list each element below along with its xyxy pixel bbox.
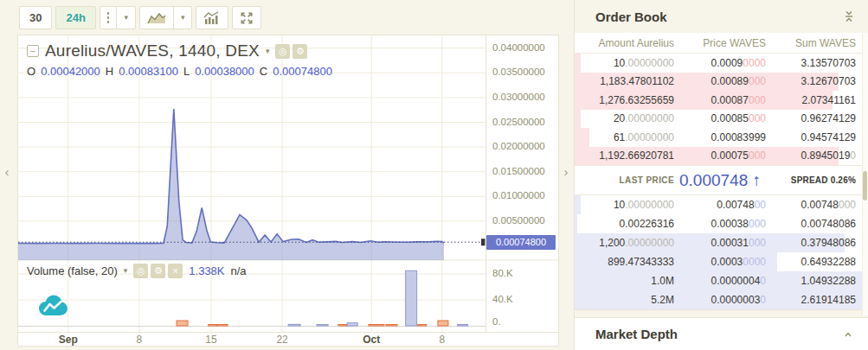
series-type-group: ▾ xyxy=(139,6,193,29)
series-dropdown-button[interactable]: ▾ xyxy=(173,7,192,29)
price-cell: 0.00038000 xyxy=(674,218,766,230)
asks-list: 10.000000000.000900003.135707031,183.478… xyxy=(575,54,868,165)
ohlc-key: O xyxy=(27,65,35,78)
chevron-down-icon: ▾ xyxy=(181,14,185,22)
amount-cell: 1,192.66920781 xyxy=(575,150,674,162)
amount-cell: 20.00000000 xyxy=(575,112,674,124)
time-axis-label: 8 xyxy=(439,334,445,346)
time-axis-label: 8 xyxy=(137,334,143,346)
settings-icon[interactable]: ⚙ xyxy=(151,264,165,278)
order-book-scrollbar-thumb[interactable] xyxy=(863,171,867,200)
order-book-scrollbar-track[interactable] xyxy=(862,33,868,315)
price-cell: 0.00087000 xyxy=(674,94,766,106)
amount-cell: 1,200.00000000 xyxy=(575,237,674,249)
amount-cell: 0.00226316 xyxy=(575,218,674,230)
volume-label: Volume (false, 20) xyxy=(27,264,118,277)
price-cell: 0.00075000 xyxy=(674,150,766,162)
visibility-icon[interactable]: ◎ xyxy=(133,264,148,278)
order-book-bid-row[interactable]: 899.473433330.000300000.64932288 xyxy=(575,252,868,271)
price-cell: 0.00031000 xyxy=(674,237,766,249)
vertical-dots-icon xyxy=(107,12,110,23)
amount-cell: 1,183.47801102 xyxy=(575,75,674,87)
interval-button[interactable]: 30 xyxy=(19,6,52,29)
price-up-arrow-icon: ↑ xyxy=(753,171,762,189)
order-book-bid-row[interactable]: 0.002263160.000380000.00748086 xyxy=(575,214,868,233)
range-24h-button[interactable]: 24h xyxy=(55,6,95,29)
price-axis-label: 0.01500000 xyxy=(492,166,545,176)
price-axis-label: 0.02000000 xyxy=(492,141,545,151)
price-cell: 0.00085000 xyxy=(674,112,766,124)
price-axis-label: 0.00500000 xyxy=(492,215,545,226)
order-book-bid-row[interactable]: 5.2M0.000000302.61914185 xyxy=(575,290,868,309)
price-cell: 0.00000030 xyxy=(674,294,766,306)
price-chart-panel[interactable]: − Aurelius/WAVES, 1440, DEX ▾ ◎⚙ O0.0004… xyxy=(17,35,559,347)
sum-cell: 3.12670703 xyxy=(766,75,856,87)
indicators-button[interactable] xyxy=(196,6,228,29)
ohlc-value: 0.00042000 xyxy=(41,65,100,78)
price-cell: 0.0074800 xyxy=(674,199,766,211)
time-axis-label: Sep xyxy=(59,334,78,346)
time-axis-label: Oct xyxy=(363,334,380,346)
last-price-value: 0.000748 ↑ xyxy=(674,171,766,190)
ohlc-value: 0.00083100 xyxy=(119,65,178,78)
exchange-logo xyxy=(37,294,68,321)
trading-app: 30 24h ▾ ▾ xyxy=(0,0,868,350)
ohlc-value: 0.00074800 xyxy=(273,65,332,78)
time-axis-label: 22 xyxy=(276,334,287,346)
price-axis-label: 0.03500000 xyxy=(492,67,545,77)
collapse-left-chevron[interactable]: ‹ xyxy=(1,164,13,179)
order-book-bid-row[interactable]: 1,200.000000000.000310000.37948086 xyxy=(575,233,868,252)
chart-canvas[interactable] xyxy=(18,35,560,347)
style-dropdown-button[interactable]: ▾ xyxy=(116,7,135,29)
price-cell: 0.00000040 xyxy=(674,275,766,287)
ohlc-key: C xyxy=(260,65,267,78)
more-options-button[interactable] xyxy=(100,7,117,29)
market-depth-header[interactable]: Market Depth xyxy=(575,317,868,350)
chart-style-group: ▾ xyxy=(100,6,136,29)
sum-cell: 3.13570703 xyxy=(766,57,856,69)
price-axis-label: 0.04000000 xyxy=(492,42,545,53)
sum-cell: 0.96274129 xyxy=(766,112,856,124)
order-book-title: Order Book xyxy=(595,10,667,24)
price-cell: 0.00090000 xyxy=(674,57,766,69)
fullscreen-button[interactable] xyxy=(232,6,261,29)
volume-na: n/a xyxy=(231,264,247,277)
order-book-ask-row[interactable]: 61.000000000.000839990.94574129 xyxy=(575,128,868,147)
volume-axis-label: 40.K xyxy=(492,294,513,304)
chevron-down-icon[interactable]: ▾ xyxy=(124,267,128,275)
order-book-ask-row[interactable]: 1,276.632556590.000870002.07341161 xyxy=(575,91,868,110)
spread-collapse-icon[interactable] xyxy=(842,10,856,23)
indicators-icon xyxy=(203,11,221,25)
area-chart-type-button[interactable] xyxy=(140,7,173,29)
amount-column-header: Amount Aurelius xyxy=(575,37,674,49)
volume-icon-buttons: ◎⚙× xyxy=(133,264,183,278)
chart-toolbar: 30 24h ▾ ▾ xyxy=(19,6,261,29)
legend-collapse-button[interactable]: − xyxy=(27,45,39,57)
order-book-ask-row[interactable]: 20.000000000.000850000.96274129 xyxy=(575,110,868,129)
order-book-ask-row[interactable]: 1,192.669207810.000750000.89450190 xyxy=(575,147,868,166)
sum-cell: 1.04932288 xyxy=(766,275,856,287)
collapse-right-chevron[interactable]: › xyxy=(560,164,572,179)
sum-cell: 0.89450190 xyxy=(766,150,856,162)
ohlc-values: O0.00042000H0.00083100L0.00038000C0.0007… xyxy=(27,65,332,78)
area-chart-icon xyxy=(147,11,166,24)
order-book-bid-row[interactable]: 1.0M0.000000401.04932288 xyxy=(575,271,868,290)
visibility-icon[interactable]: ◎ xyxy=(275,44,290,59)
price-cell: 0.00083999 xyxy=(674,131,766,143)
fullscreen-icon xyxy=(240,11,254,25)
sum-cell: 0.94574129 xyxy=(766,131,856,143)
amount-cell: 10.00000000 xyxy=(575,199,674,211)
close-icon[interactable]: × xyxy=(168,264,183,278)
order-book-ask-row[interactable]: 10.000000000.000900003.13570703 xyxy=(575,54,868,73)
ohlc-key: L xyxy=(183,65,190,78)
order-book-ask-row[interactable]: 1,183.478011020.000890003.12670703 xyxy=(575,73,868,92)
sum-cell: 2.07341161 xyxy=(766,94,856,106)
amount-cell: 5.2M xyxy=(575,294,674,306)
market-depth-title: Market Depth xyxy=(595,327,678,341)
chevron-down-icon[interactable]: ▾ xyxy=(266,48,270,55)
x-axis-border xyxy=(18,332,558,333)
order-book-bid-row[interactable]: 10.000000000.00748000.00748000 xyxy=(575,195,868,214)
chart-legend: − Aurelius/WAVES, 1440, DEX ▾ ◎⚙ xyxy=(27,41,307,60)
settings-icon[interactable]: ⚙ xyxy=(293,44,307,59)
sum-cell: 0.64932288 xyxy=(766,256,856,268)
